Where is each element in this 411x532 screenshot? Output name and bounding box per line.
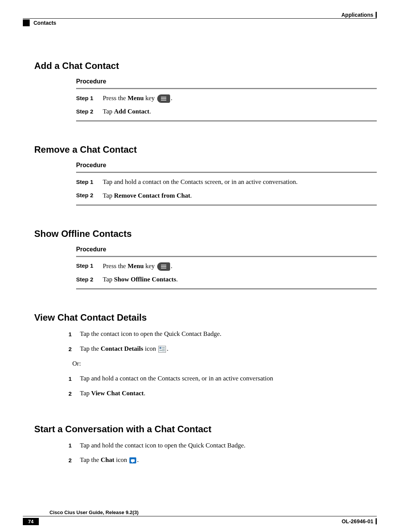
svg-rect-5 [161, 268, 166, 268]
section-title-remove: Remove a Chat Contact [34, 144, 377, 155]
header-marker-icon [23, 19, 30, 26]
or-label: Or: [23, 360, 377, 367]
step-label: Step 1 [76, 261, 103, 270]
step-label: Step 2 [76, 275, 103, 284]
procedure-table-add: Step 1 Press the Menu key . Step 2 Tap A… [53, 88, 377, 121]
chat-icon [129, 457, 136, 463]
section-title-start: Start a Conversation with a Chat Contact [34, 424, 377, 435]
list-body: Tap and hold the contact icon to open th… [80, 440, 245, 452]
step-row: Step 2 Tap Remove Contact from Chat. [53, 189, 377, 202]
running-header: Applications [23, 11, 377, 18]
list-body: Tap the Chat icon . [80, 454, 139, 466]
list-number: 2 [68, 388, 80, 399]
section-title-add: Add a Chat Contact [34, 61, 377, 71]
header-bar-icon [376, 12, 377, 18]
list-body: Tap the contact icon to open the Quick C… [80, 328, 221, 340]
step-row: Step 2 Tap Add Contact. [53, 105, 377, 118]
list-body: Tap View Chat Contact. [80, 388, 145, 399]
list-body: Tap and hold a contact on the Contacts s… [80, 373, 273, 385]
step-label: Step 2 [76, 191, 103, 200]
menu-key-icon [157, 94, 170, 103]
header-left-row: Contacts [23, 19, 377, 26]
menu-key-icon [157, 262, 170, 271]
list-item: 2 Tap the Contact Details icon . [23, 342, 377, 356]
numbered-list-start: 1 Tap and hold the contact icon to open … [23, 438, 377, 468]
svg-rect-3 [161, 265, 166, 265]
step-body: Press the Menu key . [103, 93, 172, 103]
step-label: Step 1 [76, 94, 103, 103]
section-title-offline: Show Offline Contacts [34, 228, 377, 239]
header-left-label: Contacts [33, 20, 56, 26]
page-footer: Cisco Cius User Guide, Release 9.2(3) 74… [23, 510, 377, 525]
numbered-list-a: 1 Tap the contact icon to open the Quick… [23, 327, 377, 356]
list-number: 2 [68, 344, 80, 354]
footer-bar-icon [376, 518, 377, 524]
step-label: Step 2 [76, 107, 103, 116]
procedure-label: Procedure [76, 78, 377, 85]
step-body: Tap Remove Contact from Chat. [103, 190, 192, 201]
list-item: 2 Tap View Chat Contact. [23, 386, 377, 401]
step-row: Step 1 Press the Menu key . [53, 259, 377, 273]
page-number: 74 [23, 518, 39, 525]
contact-details-icon [158, 346, 166, 353]
step-body: Tap Add Contact. [103, 106, 151, 117]
procedure-table-remove: Step 1 Tap and hold a contact on the Con… [53, 172, 377, 205]
step-body: Press the Menu key . [103, 261, 172, 271]
list-item: 1 Tap and hold a contact on the Contacts… [23, 371, 377, 386]
header-right-label: Applications [341, 12, 373, 18]
list-number: 1 [68, 329, 80, 339]
section-title-view: View Chat Contact Details [34, 312, 377, 323]
step-row: Step 2 Tap Show Offline Contacts. [53, 273, 377, 286]
step-body: Tap and hold a contact on the Contacts s… [103, 177, 298, 187]
footer-doc-id: OL-26946-01 [342, 518, 373, 524]
procedure-table-offline: Step 1 Press the Menu key . Step 2 Tap S… [53, 256, 377, 289]
step-label: Step 1 [76, 177, 103, 187]
page: Applications Contacts Add a Chat Contact… [0, 0, 411, 532]
list-item: 1 Tap the contact icon to open the Quick… [23, 327, 377, 342]
step-row: Step 1 Tap and hold a contact on the Con… [53, 175, 377, 189]
list-number: 1 [68, 374, 80, 384]
numbered-list-b: 1 Tap and hold a contact on the Contacts… [23, 371, 377, 401]
svg-rect-4 [161, 266, 166, 267]
list-item: 2 Tap the Chat icon . [23, 453, 377, 468]
procedure-label: Procedure [76, 162, 377, 169]
list-item: 1 Tap and hold the contact icon to open … [23, 438, 377, 453]
svg-rect-2 [161, 100, 166, 101]
step-row: Step 1 Press the Menu key . [53, 91, 377, 105]
svg-rect-1 [161, 98, 166, 99]
footer-guide-title: Cisco Cius User Guide, Release 9.2(3) [49, 510, 377, 515]
procedure-label: Procedure [76, 246, 377, 253]
list-number: 1 [68, 440, 80, 451]
list-number: 2 [68, 455, 80, 465]
step-body: Tap Show Offline Contacts. [103, 274, 178, 284]
svg-rect-0 [161, 97, 166, 97]
list-body: Tap the Contact Details icon . [80, 343, 168, 355]
